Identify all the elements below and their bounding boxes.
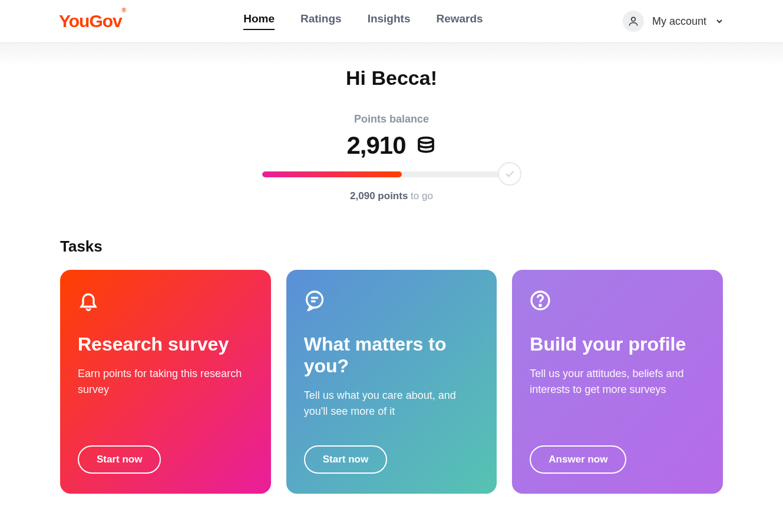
task-card-desc: Tell us your attitudes, beliefs and inte… — [530, 366, 705, 398]
task-card-title: What matters to you? — [304, 333, 480, 377]
task-card-build-profile[interactable]: Build your profile Tell us your attitude… — [512, 270, 723, 494]
svg-point-2 — [306, 292, 322, 308]
nav-insights[interactable]: Insights — [368, 12, 411, 30]
task-card-title: Research survey — [78, 333, 253, 355]
account-menu[interactable]: My account — [623, 11, 724, 32]
start-now-button[interactable]: Start now — [78, 445, 161, 474]
question-icon — [530, 290, 705, 313]
top-header: YouGov® Home Ratings Insights Rewards My… — [0, 0, 783, 43]
tasks-heading: Tasks — [60, 237, 723, 256]
points-progress — [262, 171, 521, 177]
task-card-what-matters[interactable]: What matters to you? Tell us what you ca… — [286, 270, 497, 494]
points-to-go-suffix: to go — [408, 190, 433, 201]
svg-point-4 — [540, 305, 541, 306]
answer-now-button[interactable]: Answer now — [530, 445, 626, 474]
points-to-go: 2,090 points to go — [60, 190, 723, 202]
brand-logo[interactable]: YouGov® — [59, 11, 125, 31]
greeting: Hi Becca! — [60, 67, 723, 90]
person-icon — [627, 15, 639, 27]
main-content: Hi Becca! Points balance 2,910 2,090 poi… — [60, 43, 723, 529]
task-card-research-survey[interactable]: Research survey Earn points for taking t… — [60, 270, 271, 494]
bell-icon — [78, 290, 253, 313]
chevron-down-icon — [715, 16, 724, 26]
points-balance-label: Points balance — [60, 113, 723, 125]
nav-rewards[interactable]: Rewards — [436, 12, 483, 30]
progress-track — [262, 171, 504, 177]
start-now-button[interactable]: Start now — [304, 445, 387, 474]
nav-home[interactable]: Home — [243, 12, 275, 30]
avatar — [623, 11, 644, 32]
points-value: 2,910 — [346, 131, 405, 160]
points-row: 2,910 — [60, 131, 723, 160]
task-card-desc: Earn points for taking this research sur… — [78, 366, 253, 398]
chat-icon — [304, 290, 480, 313]
svg-point-0 — [632, 17, 636, 21]
progress-goal-marker — [498, 162, 521, 186]
progress-fill — [262, 171, 402, 177]
check-icon — [504, 168, 516, 180]
task-cards: Research survey Earn points for taking t… — [60, 270, 723, 494]
task-card-desc: Tell us what you care about, and you'll … — [304, 388, 480, 419]
points-to-go-value: 2,090 points — [350, 190, 408, 201]
coins-icon — [415, 135, 437, 156]
task-card-title: Build your profile — [530, 333, 705, 355]
account-label: My account — [652, 15, 706, 28]
main-nav: Home Ratings Insights Rewards — [243, 12, 483, 30]
nav-ratings[interactable]: Ratings — [300, 12, 342, 30]
svg-point-1 — [419, 138, 433, 143]
